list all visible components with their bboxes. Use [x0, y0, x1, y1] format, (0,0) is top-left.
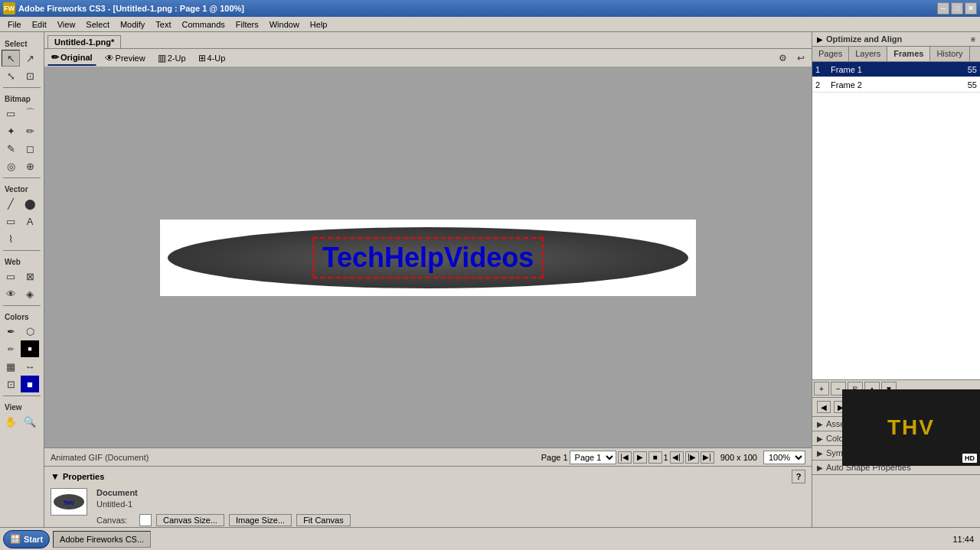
- freeform-tool[interactable]: ⌇: [2, 230, 20, 247]
- divider-3: [3, 250, 41, 251]
- canvas-color-swatch[interactable]: [139, 514, 152, 526]
- view-2up-btn[interactable]: ▥ 2-Up: [154, 50, 190, 66]
- page-label: Page 1: [541, 453, 568, 462]
- paint-bucket-tool[interactable]: ⬡: [21, 323, 39, 340]
- tab-frames[interactable]: Frames: [887, 47, 930, 61]
- maximize-button[interactable]: □: [951, 2, 963, 15]
- default-colors-tool[interactable]: ⊡: [2, 376, 20, 392]
- text-tool[interactable]: A: [21, 213, 39, 229]
- brush-tool[interactable]: ✏: [21, 122, 39, 139]
- blur-tool[interactable]: ◎: [2, 158, 20, 174]
- pointer-tool[interactable]: ↖: [2, 50, 20, 67]
- bitmap-section-label: Bitmap: [2, 93, 42, 105]
- view-extra-btn-2[interactable]: ↩: [793, 50, 808, 66]
- slice-tool[interactable]: ⊠: [21, 268, 39, 285]
- hotspot-tool[interactable]: ▭: [2, 268, 20, 285]
- scale-tool[interactable]: ⤡: [2, 67, 20, 84]
- page-play-btn[interactable]: ▶: [633, 451, 647, 464]
- bitmap-tool-row-1: ▭ ⌒: [2, 105, 42, 122]
- fit-canvas-button[interactable]: Fit Canvas: [296, 514, 351, 526]
- properties-header: ▼ Properties ?: [51, 470, 805, 483]
- menu-modify[interactable]: Modify: [116, 18, 149, 31]
- stroke-color-tool[interactable]: ✏: [2, 340, 20, 357]
- symbol-props-arrow-icon: ▶: [817, 449, 823, 457]
- zoom-tool[interactable]: 🔍: [21, 413, 39, 430]
- pencil-tool[interactable]: ✎: [2, 140, 20, 157]
- taskbar-fireworks-item[interactable]: Adobe Fireworks CS...: [53, 531, 151, 548]
- frame-row-1[interactable]: 1 Frame 1 55: [812, 62, 980, 77]
- swap-colors-tool[interactable]: ↔: [21, 358, 39, 375]
- view-controls-right: ⚙ ↩: [775, 50, 808, 66]
- forever-prev-btn[interactable]: ◀: [817, 401, 831, 413]
- view-extra-btn-1[interactable]: ⚙: [775, 50, 790, 66]
- gradient-tool[interactable]: ▦: [2, 358, 20, 375]
- crop-tool[interactable]: ⊡: [21, 67, 39, 84]
- divider-1: [3, 87, 41, 88]
- marquee-tool[interactable]: ▭: [2, 105, 20, 122]
- subselect-tool[interactable]: ↗: [21, 50, 39, 67]
- menu-text[interactable]: Text: [151, 18, 175, 31]
- page-number: 1: [664, 453, 668, 462]
- canvas-text-element[interactable]: TechHelpVideos: [316, 240, 541, 275]
- menu-select[interactable]: Select: [81, 18, 114, 31]
- menu-window[interactable]: Window: [265, 18, 304, 31]
- document-preview-thumbnail: THV: [51, 488, 87, 516]
- frame-num-1: 1: [815, 65, 831, 74]
- title-bar: FW Adobe Fireworks CS3 - [Untitled-1.png…: [0, 0, 980, 17]
- tab-pages[interactable]: Pages: [812, 47, 849, 61]
- magic-wand-tool[interactable]: ✦: [2, 122, 20, 139]
- page-next-frame-btn[interactable]: |▶: [685, 451, 699, 464]
- menu-help[interactable]: Help: [305, 18, 332, 31]
- zoom-select[interactable]: 100% 50% 200%: [763, 451, 805, 464]
- canvas-size-button[interactable]: Canvas Size...: [156, 514, 224, 526]
- page-last-btn[interactable]: ▶|: [701, 451, 714, 464]
- eyedropper-tool[interactable]: ✒: [2, 323, 20, 340]
- minimize-button[interactable]: ─: [937, 2, 949, 15]
- stamp-tool[interactable]: ⊕: [21, 158, 39, 174]
- divider-5: [3, 395, 41, 396]
- divider-2: [3, 177, 41, 178]
- doc-tab-untitled[interactable]: Untitled-1.png*: [47, 35, 121, 48]
- page-select[interactable]: Page 1: [570, 451, 616, 464]
- menu-bar: File Edit View Select Modify Text Comman…: [0, 17, 980, 32]
- lasso-tool[interactable]: ⌒: [21, 105, 39, 122]
- close-button[interactable]: ✕: [965, 2, 977, 15]
- view-controls: ✏ Original 👁 Preview ▥ 2-Up ⊞ 4-Up ⚙ ↩: [44, 49, 812, 67]
- menu-filters[interactable]: Filters: [231, 18, 263, 31]
- page-prev-frame-btn[interactable]: ◀|: [670, 451, 684, 464]
- optimize-section[interactable]: ▶ Optimize and Align ≡: [812, 32, 980, 47]
- no-color-tool[interactable]: ■: [21, 376, 39, 392]
- view-preview-btn[interactable]: 👁 Preview: [101, 50, 149, 66]
- page-stop-btn[interactable]: ■: [648, 451, 662, 464]
- line-tool[interactable]: ╱: [2, 195, 20, 212]
- frame-row-2[interactable]: 2 Frame 2 55: [812, 77, 980, 93]
- taskbar-right: 11:44: [952, 535, 977, 544]
- image-size-button[interactable]: Image Size...: [229, 514, 292, 526]
- menu-edit[interactable]: Edit: [28, 18, 51, 31]
- frames-content: 1 Frame 1 55 2 Frame 2 55: [812, 62, 980, 379]
- view-4up-btn[interactable]: ⊞ 4-Up: [194, 50, 230, 66]
- hand-tool[interactable]: ✋: [2, 413, 20, 430]
- tab-history[interactable]: History: [930, 47, 969, 61]
- view-original-btn[interactable]: ✏ Original: [47, 50, 96, 66]
- menu-commands[interactable]: Commands: [178, 18, 230, 31]
- canvas-area[interactable]: TechHelpVideos: [44, 67, 812, 447]
- thumbnail-text: THV: [887, 415, 935, 440]
- colors-arrow-icon: ▶: [817, 434, 823, 443]
- show-slices-tool[interactable]: ◈: [21, 285, 39, 302]
- menu-view[interactable]: View: [53, 18, 80, 31]
- properties-help-button[interactable]: ?: [792, 470, 805, 483]
- start-button[interactable]: 🪟 Start: [3, 530, 50, 548]
- fill-color-tool[interactable]: ■: [21, 340, 39, 357]
- menu-file[interactable]: File: [3, 18, 26, 31]
- vector-tool-row-3: ⌇: [2, 230, 42, 247]
- pen-tool[interactable]: ⬤: [21, 195, 39, 212]
- rectangle-tool[interactable]: ▭: [2, 213, 20, 229]
- tab-layers[interactable]: Layers: [849, 47, 887, 61]
- view-preview-label: Preview: [116, 54, 145, 63]
- page-prev-btn[interactable]: |◀: [618, 451, 632, 464]
- hide-slices-tool[interactable]: 👁: [2, 285, 20, 302]
- eraser-tool[interactable]: ◻: [21, 140, 39, 157]
- properties-collapse-icon[interactable]: ▼: [51, 471, 60, 482]
- frames-add-btn[interactable]: +: [814, 382, 829, 395]
